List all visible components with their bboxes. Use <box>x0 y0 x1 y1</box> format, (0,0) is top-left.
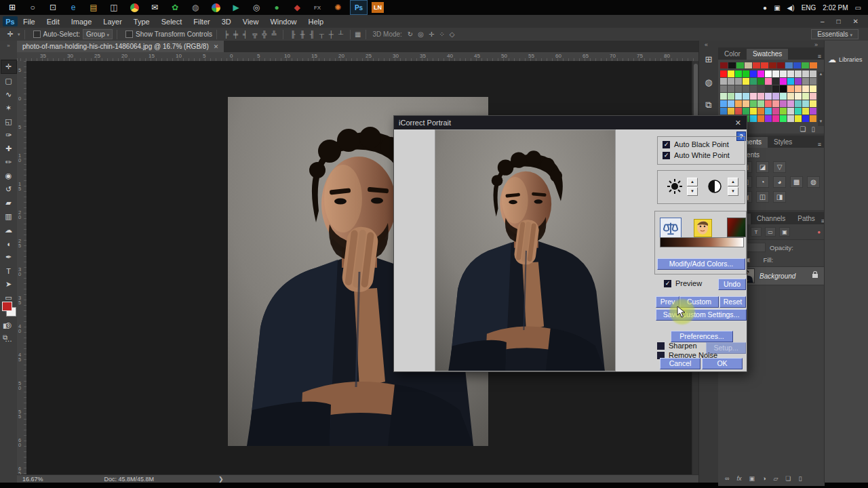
swatch[interactable] <box>750 115 757 122</box>
distribute-icon-1[interactable]: ╟ <box>290 30 295 38</box>
link-layers-icon[interactable]: ∞ <box>725 475 729 482</box>
language-indicator[interactable]: ENG <box>802 4 816 12</box>
layer-filter-icon[interactable]: ▣ <box>779 227 790 237</box>
swatch[interactable] <box>772 78 779 85</box>
store-icon[interactable]: ◫ <box>106 1 122 14</box>
swatch[interactable] <box>750 93 757 100</box>
dialog-titlebar[interactable]: iCorrect Portrait ✕ <box>394 116 747 129</box>
layer-mask-icon[interactable]: ▣ <box>749 475 755 482</box>
swatch[interactable] <box>795 93 802 100</box>
swatch[interactable] <box>787 108 794 115</box>
action-center-icon[interactable]: ▭ <box>855 4 861 12</box>
swatch[interactable] <box>743 78 749 85</box>
swatch[interactable] <box>720 85 727 92</box>
move-tool-option-icon[interactable]: ✛ <box>3 28 18 41</box>
adjustment-icon[interactable]: ▩ <box>790 176 803 188</box>
edge-icon[interactable]: e <box>65 1 81 14</box>
swatch[interactable] <box>728 108 734 115</box>
network-icon[interactable]: ▣ <box>774 4 780 12</box>
swatch[interactable] <box>720 108 727 115</box>
swatch[interactable] <box>780 115 787 122</box>
layer-group-icon[interactable]: ▱ <box>773 475 778 482</box>
eyedropper-tool[interactable]: ✑ <box>1 129 16 142</box>
swatch[interactable] <box>802 70 809 77</box>
swatch[interactable] <box>765 100 772 107</box>
history-brush-tool[interactable]: ↺ <box>1 183 16 196</box>
swatch[interactable] <box>777 62 785 68</box>
swatch[interactable] <box>780 93 787 100</box>
cancel-button[interactable]: Cancel <box>660 358 701 369</box>
swatch[interactable] <box>765 108 772 115</box>
close-button[interactable]: ✕ <box>853 18 859 25</box>
panel-menu-icon[interactable]: ≡ <box>818 141 821 148</box>
pen-tool[interactable]: ✒ <box>1 251 16 264</box>
new-layer-icon[interactable]: ❏ <box>785 475 791 482</box>
layer-filter-icon[interactable]: T <box>751 227 762 237</box>
show-transform-checkbox[interactable] <box>125 30 133 38</box>
auto-select-checkbox[interactable] <box>33 30 41 38</box>
3d-mode-icon-3[interactable]: ✛ <box>429 30 434 38</box>
collapsed-panel-icon-3[interactable]: ⧉ <box>699 94 718 117</box>
swatch[interactable] <box>780 108 787 115</box>
distribute-icon-2[interactable]: ╫ <box>300 30 305 38</box>
swatch[interactable] <box>728 85 734 92</box>
swatch[interactable] <box>743 108 749 115</box>
swatch[interactable] <box>810 70 816 77</box>
layer-style-icon[interactable]: fx <box>736 475 741 482</box>
swatch[interactable] <box>787 100 794 107</box>
tab-styles[interactable]: Styles <box>768 137 798 148</box>
swatch[interactable] <box>745 62 752 68</box>
collapsed-panel-icon-2[interactable]: ◍ <box>699 70 718 94</box>
swatch[interactable] <box>780 78 787 85</box>
swatch[interactable] <box>757 100 764 107</box>
brush-tool[interactable]: ✏ <box>1 156 16 169</box>
swatch[interactable] <box>785 62 793 68</box>
swatch[interactable] <box>735 70 742 77</box>
swatch[interactable] <box>735 100 742 107</box>
libraries-header[interactable]: ☁ Libraries <box>828 51 865 68</box>
circle-app-icon[interactable]: ◎ <box>248 1 264 14</box>
swatch[interactable] <box>728 100 734 107</box>
3d-mode-icon-5[interactable]: ◇ <box>450 30 455 38</box>
swatch[interactable] <box>795 85 802 92</box>
neutral-balance-button[interactable] <box>660 218 682 239</box>
swatch[interactable] <box>793 62 801 68</box>
file-explorer-icon[interactable]: ▤ <box>85 1 102 14</box>
distribute-icon-3[interactable]: ╢ <box>310 30 315 38</box>
adjustment-icon[interactable]: ◍ <box>807 176 820 188</box>
mail-icon[interactable]: ✉ <box>146 1 163 14</box>
distribute-icon-4[interactable]: ┬ <box>319 30 324 38</box>
tab-close-icon[interactable]: ✕ <box>214 43 219 50</box>
marquee-tool[interactable]: ▢ <box>1 75 16 87</box>
prev-button[interactable]: Prev <box>656 296 679 308</box>
swatch[interactable] <box>787 70 794 77</box>
adjustment-icon[interactable]: ◕ <box>773 176 786 188</box>
swatch[interactable] <box>728 78 734 85</box>
adjustment-icon[interactable]: ◪ <box>756 161 769 173</box>
swatch[interactable] <box>761 62 768 68</box>
swatch[interactable] <box>810 85 816 92</box>
align-icon-1[interactable]: ╞ <box>224 30 229 38</box>
toolbar-collapse-icon[interactable]: » <box>0 41 17 49</box>
screen-mode-icon[interactable]: ⧉ <box>3 333 14 343</box>
crop-tool[interactable]: ◱ <box>1 115 16 128</box>
swatch[interactable] <box>735 78 742 85</box>
swatch[interactable] <box>772 100 779 107</box>
swatch[interactable] <box>772 85 779 92</box>
path-selection-tool[interactable]: ➤ <box>1 278 16 291</box>
skin-tone-button[interactable] <box>694 219 712 237</box>
swatch[interactable] <box>780 85 787 92</box>
align-icon-5[interactable]: ╬ <box>262 30 267 38</box>
menu-edit[interactable]: Edit <box>47 18 60 26</box>
menu-file[interactable]: File <box>23 18 35 26</box>
menu-layer[interactable]: Layer <box>103 18 122 26</box>
undo-button[interactable]: Undo <box>718 279 746 290</box>
menu-select[interactable]: Select <box>161 18 182 26</box>
swatch[interactable] <box>750 100 757 107</box>
swatch[interactable] <box>769 62 776 68</box>
swatch[interactable] <box>720 78 727 85</box>
blur-tool[interactable]: ☁ <box>1 224 16 237</box>
swatch[interactable] <box>735 108 742 115</box>
swatch[interactable] <box>772 115 779 122</box>
swatch[interactable] <box>802 100 809 107</box>
